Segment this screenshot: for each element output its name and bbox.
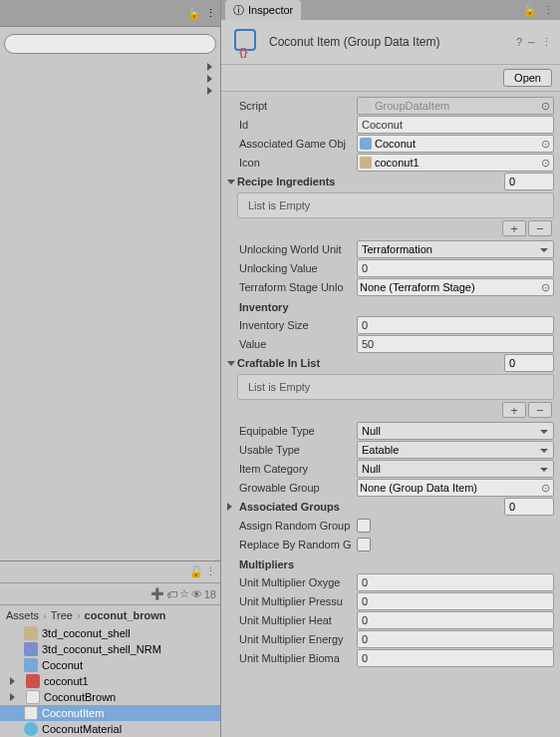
- hierarchy-search-input[interactable]: [4, 34, 216, 54]
- chevron-down-icon: [227, 361, 235, 366]
- picker-icon[interactable]: ⊙: [539, 281, 551, 294]
- tab-label: Inspector: [248, 4, 293, 16]
- script-field[interactable]: GroupDataItem⊙: [357, 97, 554, 115]
- recipe-count-input[interactable]: [504, 173, 554, 190]
- unit-multiplier-heat-label: Unit Multiplier Heat: [227, 614, 353, 626]
- hierarchy-panel: [0, 61, 220, 560]
- picker-icon[interactable]: ⊙: [539, 138, 551, 151]
- star-icon[interactable]: ☆: [179, 587, 189, 600]
- inventory-header: Inventory: [227, 297, 554, 315]
- prefab-icon: [360, 138, 372, 150]
- unlocking-world-unit-label: Unlocking World Unit: [227, 243, 353, 255]
- open-button[interactable]: Open: [503, 69, 552, 87]
- breadcrumb-item[interactable]: coconut_brown: [85, 609, 166, 621]
- chevron-right-icon[interactable]: [10, 677, 15, 685]
- unlocking-value-input[interactable]: [357, 259, 554, 277]
- replace-by-random-checkbox[interactable]: [357, 538, 371, 552]
- picker-icon[interactable]: ⊙: [539, 100, 551, 113]
- chevron-right-icon[interactable]: [207, 63, 212, 71]
- tab-inspector[interactable]: ⓘ Inspector: [225, 0, 301, 20]
- unit-multiplier-energy-input[interactable]: [357, 630, 554, 648]
- associated-gameobject-field[interactable]: Coconut⊙: [357, 135, 554, 153]
- unlocking-value-label: Unlocking Value: [227, 262, 353, 274]
- asset-item[interactable]: coconut1: [0, 673, 220, 689]
- context-menu-icon[interactable]: ⋮: [205, 7, 216, 20]
- equipable-type-dropdown[interactable]: Null: [357, 422, 554, 440]
- asset-item[interactable]: 3td_coconut_shell_NRM: [0, 641, 220, 657]
- texture-icon: [24, 642, 38, 656]
- chevron-right-icon[interactable]: [207, 75, 212, 83]
- scriptable-icon: [24, 706, 38, 720]
- hierarchy-toolbar: 🔓 ⋮: [0, 0, 220, 27]
- context-menu-icon[interactable]: ⋮: [541, 36, 552, 49]
- picker-icon[interactable]: ⊙: [539, 482, 551, 495]
- add-icon[interactable]: ➕: [150, 587, 164, 600]
- unit-multiplier-heat-input[interactable]: [357, 611, 554, 629]
- unit-multiplier-pressure-input[interactable]: [357, 592, 554, 610]
- chevron-right-icon[interactable]: [10, 693, 15, 701]
- breadcrumb[interactable]: Assets › Tree › coconut_brown: [0, 605, 220, 625]
- asset-item-selected[interactable]: CoconutItem: [0, 705, 220, 721]
- texture-icon: [26, 674, 40, 688]
- inspector-panel: ⓘ Inspector 🔓 ⋮ {} Coconut Item (Group D…: [220, 0, 560, 737]
- list-remove-button[interactable]: −: [528, 402, 552, 418]
- associated-groups-count-input[interactable]: [504, 498, 554, 516]
- craftable-count-input[interactable]: [504, 354, 554, 372]
- icon-label: Icon: [227, 157, 353, 169]
- picker-icon[interactable]: ⊙: [539, 157, 551, 170]
- id-input[interactable]: [357, 116, 554, 134]
- terraform-stage-field[interactable]: None (Terraform Stage)⊙: [357, 278, 554, 296]
- preset-icon[interactable]: ⎼: [528, 36, 535, 48]
- value-input[interactable]: [357, 335, 554, 353]
- terraform-stage-label: Terraform Stage Unlo: [227, 281, 353, 293]
- icon-field[interactable]: coconut1⊙: [357, 154, 554, 172]
- chevron-right-icon[interactable]: [207, 87, 212, 95]
- item-category-label: Item Category: [227, 463, 353, 475]
- texture-icon: [24, 626, 38, 640]
- chevron-right-icon: [227, 503, 232, 511]
- list-add-button[interactable]: +: [502, 220, 526, 236]
- inspector-header: {} Coconut Item (Group Data Item) ? ⎼ ⋮: [221, 20, 560, 65]
- growable-group-field[interactable]: None (Group Data Item)⊙: [357, 479, 554, 497]
- asset-item[interactable]: CoconutBrown: [0, 689, 220, 705]
- tag-icon[interactable]: 🏷: [166, 588, 177, 600]
- lock-icon[interactable]: 🔓: [189, 565, 203, 578]
- unlocking-world-unit-dropdown[interactable]: Terraformation: [357, 240, 554, 258]
- project-panel: 🔓 ⋮ ➕ 🏷 ☆ 👁 18 Assets › Tree › coconut_b…: [0, 560, 220, 737]
- associated-gameobject-label: Associated Game Obj: [227, 138, 353, 150]
- chevron-right-icon: ›: [43, 609, 47, 621]
- breadcrumb-item[interactable]: Assets: [6, 609, 39, 621]
- unit-multiplier-oxygen-input[interactable]: [357, 573, 554, 591]
- script-icon: [360, 100, 372, 112]
- asset-item[interactable]: Coconut: [0, 657, 220, 673]
- associated-groups-foldout[interactable]: Associated Groups: [227, 501, 353, 513]
- item-category-dropdown[interactable]: Null: [357, 460, 554, 478]
- inspector-tab-bar: ⓘ Inspector 🔓 ⋮: [221, 0, 560, 20]
- breadcrumb-item[interactable]: Tree: [51, 609, 73, 621]
- usable-type-dropdown[interactable]: Eatable: [357, 441, 554, 459]
- craftable-in-list-foldout[interactable]: Craftable In List: [227, 357, 353, 369]
- unit-multiplier-energy-label: Unit Multiplier Energy: [227, 633, 353, 645]
- asset-item[interactable]: 3td_coconut_shell: [0, 625, 220, 641]
- asset-item[interactable]: CoconutMaterial: [0, 721, 220, 737]
- lock-icon[interactable]: 🔓: [523, 4, 537, 17]
- context-menu-icon[interactable]: ⋮: [205, 565, 216, 578]
- list-remove-button[interactable]: −: [528, 220, 552, 236]
- value-label: Value: [227, 338, 353, 350]
- assign-random-group-label: Assign Random Group: [227, 520, 353, 532]
- model-icon: [26, 690, 40, 704]
- list-add-button[interactable]: +: [502, 402, 526, 418]
- assign-random-group-checkbox[interactable]: [357, 519, 371, 533]
- asset-list: 3td_coconut_shell 3td_coconut_shell_NRM …: [0, 625, 220, 737]
- script-label: Script: [227, 100, 353, 112]
- list-empty-label: List is Empty: [237, 192, 554, 218]
- visibility-icon[interactable]: 👁: [191, 588, 202, 600]
- unit-multiplier-biomass-label: Unit Multiplier Bioma: [227, 652, 353, 664]
- unit-multiplier-biomass-input[interactable]: [357, 649, 554, 667]
- lock-icon[interactable]: 🔓: [187, 7, 201, 20]
- project-icons: ➕ 🏷 ☆ 👁 18: [0, 583, 220, 605]
- recipe-ingredients-foldout[interactable]: Recipe Ingredients: [227, 176, 353, 187]
- help-icon[interactable]: ?: [516, 36, 522, 48]
- inventory-size-input[interactable]: [357, 316, 554, 334]
- context-menu-icon[interactable]: ⋮: [543, 4, 554, 17]
